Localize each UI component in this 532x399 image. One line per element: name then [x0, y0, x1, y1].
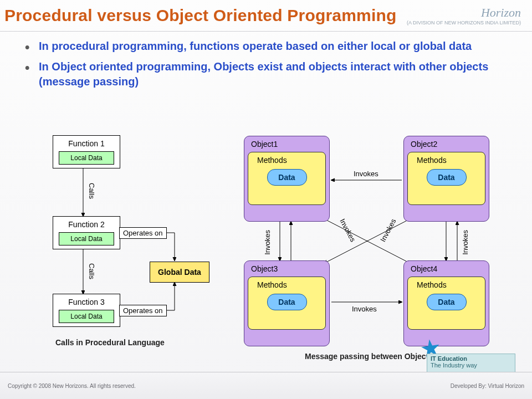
slide-title: Procedural versus Object Oriented Progra…: [0, 6, 397, 25]
local-data-box: Local Data: [59, 310, 114, 323]
copyright-text: Copyright © 2008 New Horizons. All right…: [8, 383, 136, 389]
object-box: Object3 MethodsData: [244, 260, 330, 346]
bullet-item: In Object oriented programming, Objects …: [22, 59, 510, 89]
edge-label: Operates on: [119, 227, 167, 239]
oop-diagram: Object1 MethodsData Object2 MethodsData …: [233, 133, 521, 360]
object-box: Object1 MethodsData: [244, 136, 330, 222]
edge-label: Invokes: [263, 230, 272, 255]
brand-logo: Horizon (A DIVISION OF NEW HORIZONS INDI…: [407, 6, 521, 25]
function-box: Function 2 Local Data: [53, 216, 120, 249]
function-box: Function 1 Local Data: [53, 135, 120, 168]
global-data-box: Global Data: [150, 262, 209, 283]
local-data-box: Local Data: [59, 232, 114, 245]
edge-label: Operates on: [119, 305, 167, 316]
object-box: Object4 MethodsData: [403, 260, 489, 346]
edge-label: Calls: [88, 183, 96, 199]
data-pill: Data: [267, 294, 307, 310]
object-box: Object2 MethodsData: [403, 136, 489, 222]
bullet-list: In procedural programming, functions ope…: [22, 39, 510, 89]
local-data-box: Local Data: [59, 151, 114, 165]
data-pill: Data: [427, 169, 467, 186]
edge-label: Calls: [88, 263, 96, 279]
edge-label: Invokes: [352, 305, 377, 313]
edge-label: Invokes: [461, 230, 469, 255]
data-pill: Data: [267, 169, 307, 186]
bullet-item: In procedural programming, functions ope…: [22, 39, 510, 54]
diagram-caption: Message passing between Objects: [305, 352, 433, 361]
edge-label: Invokes: [354, 170, 378, 178]
diagram-caption: Calls in Procedural Language: [55, 338, 165, 347]
data-pill: Data: [427, 294, 467, 310]
developed-by-text: Developed By: Virtual Horizon: [451, 383, 524, 389]
function-box: Function 3 Local Data: [53, 294, 120, 327]
procedural-diagram: Function 1 Local Data Function 2 Local D…: [22, 133, 233, 360]
slide-footer: Copyright © 2008 New Horizons. All right…: [0, 372, 532, 399]
